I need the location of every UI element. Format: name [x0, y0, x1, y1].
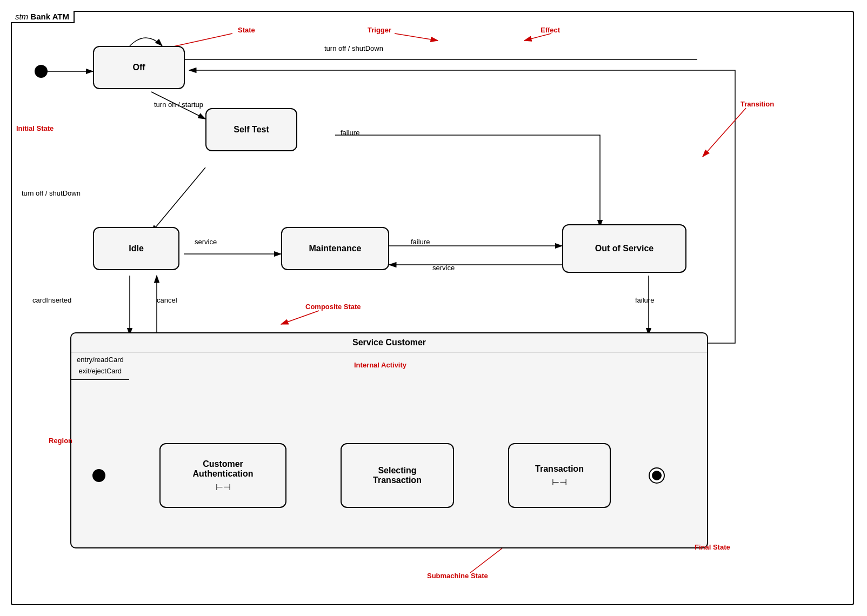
final-state-inner: [652, 471, 662, 480]
state-selecting-transaction: Selecting Transaction: [341, 443, 454, 508]
state-out-of-service: Out of Service: [562, 224, 686, 273]
diagram-title: stm Bank ATM: [11, 11, 75, 23]
state-customer-auth: Customer Authentication ⊢⊣: [159, 443, 286, 508]
annotation-initial-state: Initial State: [16, 124, 54, 132]
initial-state-inner: [92, 469, 105, 482]
label-turn-on-startup: turn on / startup: [154, 101, 203, 109]
label-turn-off-shutdown-bottom: turn off / shutDown: [22, 189, 81, 197]
label-service-back: service: [432, 264, 455, 272]
diagram-name: Bank ATM: [30, 12, 69, 21]
label-card-inserted: cardInserted: [32, 296, 71, 304]
stm-keyword: stm: [15, 12, 28, 21]
diagram-container: stm Bank ATM: [0, 0, 867, 616]
service-customer-header: Service Customer: [71, 333, 707, 352]
annotation-region: Region: [49, 437, 72, 445]
state-self-test: Self Test: [205, 108, 297, 151]
annotation-transition: Transition: [741, 100, 774, 108]
annotation-composite-state: Composite State: [305, 303, 361, 311]
label-turn-off-shutdown-top: turn off / shutDown: [324, 44, 383, 52]
annotation-submachine-state: Submachine State: [427, 572, 488, 580]
annotation-effect: Effect: [541, 26, 560, 34]
state-transaction: Transaction ⊢⊣: [508, 443, 611, 508]
state-idle: Idle: [93, 227, 179, 270]
label-failure-maintenance: failure: [411, 238, 430, 246]
state-maintenance: Maintenance: [281, 227, 389, 270]
initial-state-top: [35, 65, 48, 78]
annotation-final-state: Final State: [695, 543, 730, 551]
state-off: Off: [93, 46, 185, 89]
label-service-maintenance: service: [195, 238, 217, 246]
annotation-state: State: [238, 26, 255, 34]
final-state: [649, 467, 665, 484]
composite-activities: entry/readCard exit/ejectCard: [71, 352, 129, 380]
label-failure-out-of-service: failure: [635, 296, 654, 304]
label-cancel: cancel: [157, 296, 177, 304]
annotation-trigger: Trigger: [368, 26, 391, 34]
annotation-internal-activity: Internal Activity: [354, 361, 406, 369]
label-failure-top-right: failure: [341, 129, 359, 137]
